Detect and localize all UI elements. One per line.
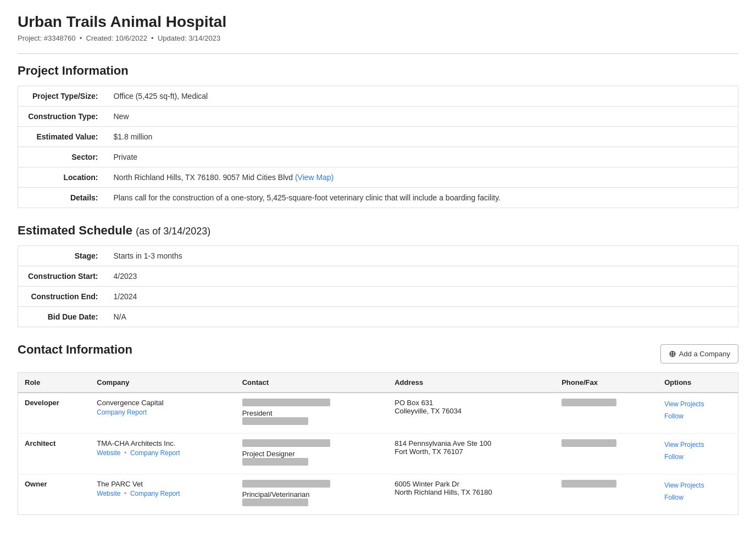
field-label: Location:: [18, 167, 106, 188]
contact-role: Architect: [18, 434, 91, 474]
field-value: New: [106, 107, 738, 127]
redacted-phone: [562, 399, 616, 406]
field-label: Construction Start:: [18, 266, 106, 287]
redacted-detail: [242, 458, 308, 466]
field-value: $1.8 million: [106, 127, 738, 147]
address-line1: 814 Pennsylvania Ave Ste 100: [394, 439, 548, 447]
view-projects-link[interactable]: View Projects: [664, 439, 731, 451]
field-label: Construction End:: [18, 287, 106, 307]
divider-1: [18, 53, 738, 54]
field-value: 4/2023: [106, 266, 738, 287]
contact-company: TMA-CHA Architects Inc. Website • Compan…: [90, 434, 235, 474]
contact-options: View Projects Follow: [658, 393, 738, 434]
updated-label: Updated:: [158, 34, 187, 42]
field-label: Sector:: [18, 147, 106, 167]
field-label: Details:: [18, 188, 106, 208]
table-row: Bid Due Date: N/A: [18, 307, 738, 327]
field-label: Estimated Value:: [18, 127, 106, 147]
contact-phone: [555, 474, 658, 515]
col-phone: Phone/Fax: [555, 373, 658, 393]
address-line1: PO Box 631: [394, 399, 548, 407]
company-links: Company Report: [97, 408, 229, 416]
col-address: Address: [388, 373, 555, 393]
address-line1: 6005 Winter Park Dr: [394, 480, 548, 488]
contact-person: Project Designer: [236, 434, 388, 474]
table-row: Construction Start: 4/2023: [18, 266, 738, 287]
field-label: Stage:: [18, 246, 106, 266]
field-label: Construction Type:: [18, 107, 106, 127]
schedule-as-of: (as of 3/14/2023): [136, 226, 210, 237]
website-link[interactable]: Website: [97, 490, 120, 497]
updated-date: 3/14/2023: [188, 34, 220, 42]
contact-header: Contact Information ⊕ Add a Company: [18, 343, 738, 365]
redacted-detail: [242, 499, 308, 506]
view-projects-link[interactable]: View Projects: [664, 480, 731, 492]
contact-address: 6005 Winter Park Dr North Richland Hills…: [388, 474, 555, 515]
redacted-detail: [242, 417, 308, 425]
field-label: Bid Due Date:: [18, 307, 106, 327]
company-report-link[interactable]: Company Report: [97, 408, 147, 416]
contact-role: Developer: [18, 393, 91, 434]
contact-table: Role Company Contact Address Phone/Fax O…: [18, 372, 738, 515]
table-row: Sector: Private: [18, 147, 738, 167]
company-report-link[interactable]: Company Report: [130, 449, 180, 457]
table-row: Stage: Starts in 1-3 months: [18, 246, 738, 266]
contact-role: Owner: [18, 474, 91, 515]
table-row: Developer Convergence Capital Company Re…: [18, 393, 738, 434]
plus-icon: ⊕: [669, 349, 676, 359]
schedule-table: Stage: Starts in 1-3 months Construction…: [18, 245, 738, 327]
created-label: Created:: [86, 34, 114, 42]
redacted-name: [242, 399, 330, 406]
company-links: Website • Company Report: [97, 489, 229, 497]
project-number: #3348760: [44, 34, 76, 42]
field-value: Private: [106, 147, 738, 167]
contact-company: Convergence Capital Company Report: [90, 393, 235, 434]
contact-person: Principal/Veterinarian: [236, 474, 388, 515]
redacted-phone: [562, 480, 616, 488]
page-title: Urban Trails Animal Hospital: [18, 13, 738, 31]
address-line2: Colleyville, TX 76034: [394, 407, 548, 415]
follow-link[interactable]: Follow: [664, 451, 731, 463]
follow-link[interactable]: Follow: [664, 492, 731, 504]
view-projects-link[interactable]: View Projects: [664, 399, 731, 411]
redacted-phone: [562, 439, 616, 447]
separator: •: [124, 449, 126, 457]
view-map-link[interactable]: (View Map): [295, 173, 334, 182]
table-row: Construction Type: New: [18, 107, 738, 127]
contact-title: President: [242, 409, 273, 417]
contact-phone: [555, 393, 658, 434]
table-header-row: Role Company Contact Address Phone/Fax O…: [18, 373, 738, 393]
project-info-table: Project Type/Size: Office (5,425 sq-ft),…: [18, 86, 738, 208]
col-role: Role: [18, 373, 91, 393]
field-value: 1/2024: [106, 287, 738, 307]
contact-title: Project Designer: [242, 450, 295, 458]
follow-link[interactable]: Follow: [664, 411, 731, 423]
created-date: 10/6/2022: [115, 34, 147, 42]
table-row: Estimated Value: $1.8 million: [18, 127, 738, 147]
company-name: Convergence Capital: [97, 399, 229, 407]
company-name: TMA-CHA Architects Inc.: [97, 439, 229, 447]
website-link[interactable]: Website: [97, 449, 120, 457]
company-report-link[interactable]: Company Report: [130, 490, 180, 497]
address-line2: Fort Worth, TX 76107: [394, 447, 548, 456]
contact-address: 814 Pennsylvania Ave Ste 100 Fort Worth,…: [388, 434, 555, 474]
contact-title: Principal/Veterinarian: [242, 490, 310, 499]
add-company-label: Add a Company: [679, 350, 730, 358]
col-contact: Contact: [236, 373, 388, 393]
field-label: Project Type/Size:: [18, 86, 106, 107]
table-row: Architect TMA-CHA Architects Inc. Websit…: [18, 434, 738, 474]
table-row: Location: North Richland Hills, TX 76180…: [18, 167, 738, 188]
table-row: Project Type/Size: Office (5,425 sq-ft),…: [18, 86, 738, 107]
add-company-button[interactable]: ⊕ Add a Company: [660, 344, 738, 363]
contact-person: President: [236, 393, 388, 434]
field-value: Starts in 1-3 months: [106, 246, 738, 266]
contact-info-heading: Contact Information: [18, 343, 132, 357]
contact-address: PO Box 631 Colleyville, TX 76034: [388, 393, 555, 434]
field-value: Office (5,425 sq-ft), Medical: [106, 86, 738, 107]
separator: •: [124, 490, 126, 497]
estimated-schedule-heading: Estimated Schedule (as of 3/14/2023): [18, 223, 738, 238]
project-meta: Project: #3348760 • Created: 10/6/2022 •…: [18, 34, 738, 42]
field-value: N/A: [106, 307, 738, 327]
redacted-name: [242, 480, 330, 488]
address-line2: North Richland Hills, TX 76180: [394, 488, 548, 496]
